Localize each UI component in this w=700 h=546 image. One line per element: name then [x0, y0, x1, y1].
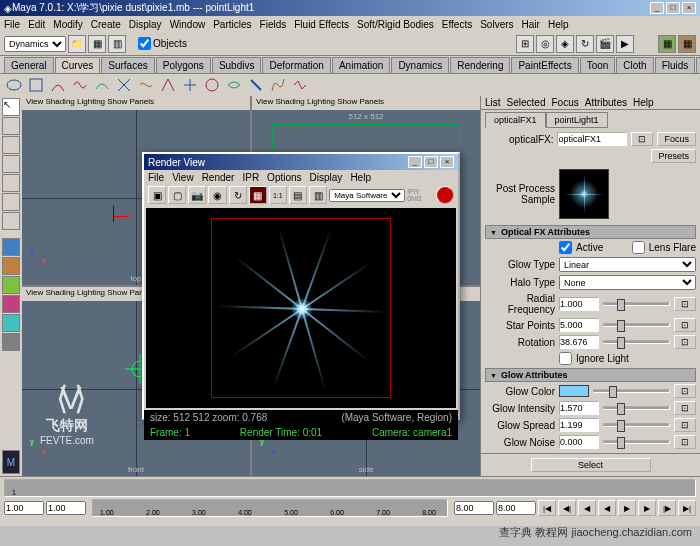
layout-icon[interactable]: ▦	[678, 35, 696, 53]
section-opticalfx[interactable]: Optical FX Attributes	[485, 225, 696, 239]
menu-hair[interactable]: Hair	[522, 19, 540, 30]
render-maximize-button[interactable]: □	[424, 156, 438, 168]
render-minimize-button[interactable]: _	[408, 156, 422, 168]
glowintensity-field[interactable]	[559, 401, 599, 415]
attr-menu-focus[interactable]: Focus	[551, 97, 578, 108]
attr-tab-opticalfx[interactable]: opticalFX1	[485, 112, 546, 128]
playback-start-field[interactable]	[46, 501, 86, 515]
render-close-button[interactable]: ×	[440, 156, 454, 168]
rotation-field[interactable]	[559, 335, 599, 349]
rotate-tool-icon[interactable]	[2, 155, 20, 173]
glowcolor-swatch[interactable]	[559, 385, 589, 397]
maya-logo-icon[interactable]: M	[2, 450, 20, 474]
menu-create[interactable]: Create	[91, 19, 121, 30]
range-slider[interactable]: 1.00 2.00 3.00 4.00 5.00 6.00 7.00 8.00	[92, 499, 448, 517]
attr-menu-help[interactable]: Help	[633, 97, 654, 108]
curve-tool-icon[interactable]	[180, 76, 200, 94]
active-checkbox[interactable]	[559, 241, 572, 254]
shelf-tab-dynamics[interactable]: Dynamics	[391, 57, 449, 73]
menu-window[interactable]: Window	[170, 19, 206, 30]
shelf-tab-fluids[interactable]: Fluids	[655, 57, 696, 73]
scale-tool-icon[interactable]	[2, 174, 20, 192]
map-button[interactable]: ⊡	[674, 335, 696, 349]
halotype-select[interactable]: None	[559, 275, 696, 290]
viewport-menubar[interactable]: View Shading Lighting Show Panels	[252, 96, 480, 110]
dag-button[interactable]: ⊡	[631, 132, 653, 146]
curve-tool-icon[interactable]	[158, 76, 178, 94]
curve-tool-icon[interactable]	[268, 76, 288, 94]
lensflare-checkbox[interactable]	[632, 241, 645, 254]
menu-fluideffects[interactable]: Fluid Effects	[294, 19, 349, 30]
playback-button[interactable]: ◀	[598, 500, 616, 516]
snap-icon[interactable]: ◈	[556, 35, 574, 53]
menu-fields[interactable]: Fields	[260, 19, 287, 30]
lasso-tool-icon[interactable]	[2, 117, 20, 135]
render-region-icon[interactable]: ▢	[168, 186, 186, 204]
focus-button[interactable]: Focus	[657, 132, 696, 146]
shelf-tab-subdivs[interactable]: Subdivs	[212, 57, 262, 73]
shelf-icon[interactable]: 📁	[68, 35, 86, 53]
menu-help[interactable]: Help	[548, 19, 569, 30]
ipr-icon[interactable]: ◉	[208, 186, 226, 204]
time-slider[interactable]: 1	[4, 479, 696, 497]
square-tool-icon[interactable]	[26, 76, 46, 94]
menu-modify[interactable]: Modify	[53, 19, 82, 30]
manip-tool-icon[interactable]	[2, 193, 20, 211]
close-button[interactable]: ×	[682, 2, 696, 14]
menu-effects[interactable]: Effects	[442, 19, 472, 30]
radialfreq-field[interactable]	[559, 297, 599, 311]
render-menu-render[interactable]: Render	[202, 172, 235, 183]
curve-tool-icon[interactable]	[92, 76, 112, 94]
render-output[interactable]	[146, 208, 456, 408]
starpoints-field[interactable]	[559, 318, 599, 332]
ipr-icon[interactable]: ▶	[616, 35, 634, 53]
render-menu-help[interactable]: Help	[350, 172, 371, 183]
select-tool-icon[interactable]: ↖	[2, 98, 20, 116]
glowspread-field[interactable]	[559, 418, 599, 432]
map-button[interactable]: ⊡	[674, 401, 696, 415]
snap-icon[interactable]: ⊞	[516, 35, 534, 53]
range-start-field[interactable]	[4, 501, 44, 515]
layout-icon[interactable]	[2, 333, 20, 351]
render-globals-icon[interactable]: ▦	[249, 186, 267, 204]
curve-tool-icon[interactable]	[246, 76, 266, 94]
play-button[interactable]: ▶	[618, 500, 636, 516]
stepfwd-button[interactable]: |▶	[658, 500, 676, 516]
ignorelight-checkbox[interactable]	[559, 352, 572, 365]
shelf-tab-polygons[interactable]: Polygons	[156, 57, 211, 73]
snapshot-icon[interactable]: 📷	[188, 186, 206, 204]
ratio-icon[interactable]: 1:1	[269, 186, 287, 204]
render-menu-view[interactable]: View	[172, 172, 194, 183]
curve-tool-icon[interactable]	[70, 76, 90, 94]
presets-button[interactable]: Presets	[651, 149, 696, 163]
curve-tool-icon[interactable]	[224, 76, 244, 94]
circle-tool-icon[interactable]	[4, 76, 24, 94]
menu-solvers[interactable]: Solvers	[480, 19, 513, 30]
attr-menu-list[interactable]: List	[485, 97, 501, 108]
render-menu-file[interactable]: File	[148, 172, 164, 183]
radialfreq-slider[interactable]	[603, 302, 670, 306]
map-button[interactable]: ⊡	[674, 297, 696, 311]
nextkey-button[interactable]: ▶	[638, 500, 656, 516]
menu-file[interactable]: File	[4, 19, 20, 30]
curve-tool-icon[interactable]	[48, 76, 68, 94]
playback-end-field[interactable]	[454, 501, 494, 515]
glowintensity-slider[interactable]	[603, 406, 670, 410]
shelf-tab-rendering[interactable]: Rendering	[450, 57, 510, 73]
shelf-tab-cloth[interactable]: Cloth	[616, 57, 653, 73]
node-name-field[interactable]	[557, 132, 627, 146]
forward-button[interactable]: ▶|	[678, 500, 696, 516]
history-icon[interactable]: ↻	[576, 35, 594, 53]
menu-edit[interactable]: Edit	[28, 19, 45, 30]
renderer-select[interactable]: Maya Software	[329, 189, 405, 202]
render-menu-ipr[interactable]: IPR	[242, 172, 259, 183]
layout-icon[interactable]	[2, 276, 20, 294]
curve-tool-icon[interactable]	[202, 76, 222, 94]
shelf-tab-animation[interactable]: Animation	[332, 57, 390, 73]
shelf-tab-fur[interactable]: Fur	[696, 57, 700, 73]
render-menu-options[interactable]: Options	[267, 172, 301, 183]
prevkey-button[interactable]: ◀	[578, 500, 596, 516]
shelf-icon[interactable]: ▦	[88, 35, 106, 53]
rotation-slider[interactable]	[603, 340, 670, 344]
module-selector[interactable]: Dynamics	[4, 36, 66, 52]
